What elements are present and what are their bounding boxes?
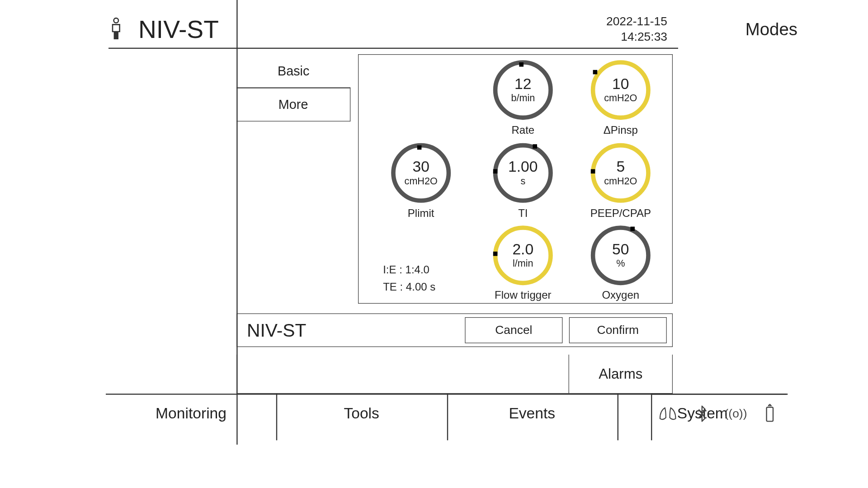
dial-dpinsp-label: ΔPinsp bbox=[580, 124, 661, 137]
dial-tick bbox=[630, 227, 635, 231]
tab-monitoring[interactable]: Monitoring bbox=[106, 395, 276, 433]
dial-peep[interactable]: 5 cmH2O bbox=[591, 143, 651, 203]
dial-oxygen-unit: % bbox=[616, 258, 625, 269]
dial-oxygen[interactable]: 50 % bbox=[591, 225, 651, 285]
dial-flow-label: Flow trigger bbox=[482, 289, 564, 302]
dial-tick bbox=[519, 62, 524, 67]
confirm-button[interactable]: Confirm bbox=[569, 317, 667, 343]
settings-panel: 12 b/min Rate 10 cmH2O ΔPinsp 30 cmH2O P… bbox=[358, 54, 673, 304]
lungs-icon[interactable] bbox=[658, 404, 678, 423]
bluetooth-icon[interactable] bbox=[692, 404, 712, 423]
dial-flow-value: 2.0 bbox=[512, 242, 533, 257]
cancel-button[interactable]: Cancel bbox=[465, 317, 562, 343]
dial-rate-value: 12 bbox=[514, 76, 531, 92]
dial-tick bbox=[493, 169, 498, 174]
datetime: 2022-11-15 14:25:33 bbox=[606, 14, 667, 44]
battery-icon[interactable] bbox=[760, 404, 779, 423]
dial-ti-label: TI bbox=[482, 207, 564, 220]
dial-dpinsp-unit: cmH2O bbox=[604, 93, 637, 104]
status-icons: ((o)) bbox=[651, 394, 787, 432]
dial-plimit-unit: cmH2O bbox=[405, 175, 438, 187]
dial-rate-label: Rate bbox=[482, 124, 564, 137]
readout-ie: I:E : 1:4.0 bbox=[383, 261, 435, 278]
alarms-spacer bbox=[237, 355, 569, 393]
modes-button[interactable]: Modes bbox=[745, 19, 797, 39]
dial-tick bbox=[593, 70, 598, 75]
dial-tick bbox=[533, 144, 537, 149]
dial-plimit-value: 30 bbox=[413, 159, 429, 174]
alarms-row: Alarms bbox=[236, 355, 673, 394]
dial-peep-label: PEEP/CPAP bbox=[580, 207, 661, 220]
dial-ti-value: 1.00 bbox=[508, 159, 538, 174]
dial-tick bbox=[417, 145, 422, 150]
side-tabs: Basic More bbox=[236, 54, 350, 122]
mode-bar-title: NIV-ST bbox=[247, 319, 306, 341]
dial-rate[interactable]: 12 b/min bbox=[493, 60, 553, 120]
dial-tick bbox=[591, 169, 595, 174]
derived-readouts: I:E : 1:4.0 TE : 4.00 s bbox=[383, 261, 435, 296]
dial-flow-trigger[interactable]: 2.0 l/min bbox=[493, 225, 553, 285]
dial-tick bbox=[493, 252, 498, 256]
mode-bar: NIV-ST Cancel Confirm bbox=[236, 314, 673, 347]
readout-te: TE : 4.00 s bbox=[383, 278, 435, 296]
patient-icon[interactable] bbox=[106, 15, 127, 43]
svg-rect-1 bbox=[766, 407, 773, 421]
time: 14:25:33 bbox=[606, 29, 667, 44]
header-divider bbox=[108, 48, 678, 49]
dial-peep-value: 5 bbox=[616, 159, 625, 174]
tab-more[interactable]: More bbox=[236, 88, 350, 121]
date: 2022-11-15 bbox=[606, 14, 667, 29]
dial-rate-unit: b/min bbox=[511, 93, 535, 104]
dial-flow-unit: l/min bbox=[513, 258, 533, 269]
dial-dpinsp-value: 10 bbox=[612, 76, 629, 92]
tab-events[interactable]: Events bbox=[447, 395, 617, 433]
dial-ti-unit: s bbox=[520, 175, 525, 187]
tab-tools[interactable]: Tools bbox=[276, 395, 447, 433]
svg-point-0 bbox=[114, 18, 118, 23]
dial-oxygen-label: Oxygen bbox=[580, 289, 661, 302]
alarms-button[interactable]: Alarms bbox=[569, 355, 672, 393]
dial-ti[interactable]: 1.00 s bbox=[493, 143, 553, 203]
header: NIV-ST 2022-11-15 14:25:33 Modes bbox=[106, 8, 868, 51]
dial-dpinsp[interactable]: 10 cmH2O bbox=[591, 60, 651, 120]
dial-plimit[interactable]: 30 cmH2O bbox=[391, 143, 451, 203]
dial-peep-unit: cmH2O bbox=[604, 175, 637, 187]
tab-basic[interactable]: Basic bbox=[236, 54, 350, 88]
wireless-icon[interactable]: ((o)) bbox=[726, 404, 745, 423]
dial-plimit-label: Plimit bbox=[380, 207, 462, 220]
mode-title: NIV-ST bbox=[138, 14, 219, 44]
dial-oxygen-value: 50 bbox=[612, 242, 629, 257]
